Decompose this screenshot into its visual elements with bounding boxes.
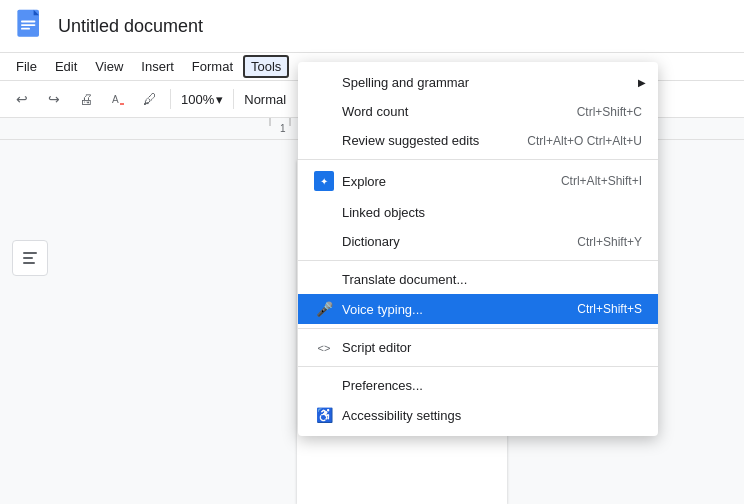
spelling-label: Spelling and grammar [342, 75, 642, 90]
menu-item-preferences[interactable]: Preferences... [298, 371, 658, 400]
menu-item-wordcount[interactable]: Word count Ctrl+Shift+C [298, 97, 658, 126]
dropdown-overlay: Spelling and grammar ▶ Word count Ctrl+S… [0, 0, 744, 504]
menu-item-dictionary[interactable]: Dictionary Ctrl+Shift+Y [298, 227, 658, 256]
voice-shortcut: Ctrl+Shift+S [577, 302, 642, 316]
sep-2 [298, 260, 658, 261]
accessibility-icon: ♿ [314, 407, 334, 423]
script-icon: <> [314, 342, 334, 354]
explore-icon: ✦ [314, 171, 334, 191]
translate-label: Translate document... [342, 272, 642, 287]
menu-item-script[interactable]: <> Script editor [298, 333, 658, 362]
wordcount-shortcut: Ctrl+Shift+C [577, 105, 642, 119]
linked-label: Linked objects [342, 205, 642, 220]
dictionary-shortcut: Ctrl+Shift+Y [577, 235, 642, 249]
sep-3 [298, 328, 658, 329]
dictionary-label: Dictionary [342, 234, 577, 249]
voice-icon: 🎤 [314, 301, 334, 317]
menu-item-accessibility[interactable]: ♿ Accessibility settings [298, 400, 658, 430]
menu-item-linked[interactable]: Linked objects [298, 198, 658, 227]
sep-1 [298, 159, 658, 160]
accessibility-label: Accessibility settings [342, 408, 642, 423]
explore-shortcut: Ctrl+Alt+Shift+I [561, 174, 642, 188]
menu-item-translate[interactable]: Translate document... [298, 265, 658, 294]
preferences-label: Preferences... [342, 378, 642, 393]
sep-4 [298, 366, 658, 367]
menu-item-review[interactable]: Review suggested edits Ctrl+Alt+O Ctrl+A… [298, 126, 658, 155]
script-label: Script editor [342, 340, 642, 355]
tools-dropdown-menu: Spelling and grammar ▶ Word count Ctrl+S… [298, 62, 658, 436]
menu-item-spelling[interactable]: Spelling and grammar ▶ [298, 68, 658, 97]
voice-label: Voice typing... [342, 302, 577, 317]
menu-item-voice[interactable]: 🎤 Voice typing... Ctrl+Shift+S [298, 294, 658, 324]
wordcount-label: Word count [342, 104, 577, 119]
spelling-arrow: ▶ [638, 77, 646, 88]
explore-label: Explore [342, 174, 561, 189]
review-shortcut: Ctrl+Alt+O Ctrl+Alt+U [527, 134, 642, 148]
review-label: Review suggested edits [342, 133, 527, 148]
menu-item-explore[interactable]: ✦ Explore Ctrl+Alt+Shift+I [298, 164, 658, 198]
